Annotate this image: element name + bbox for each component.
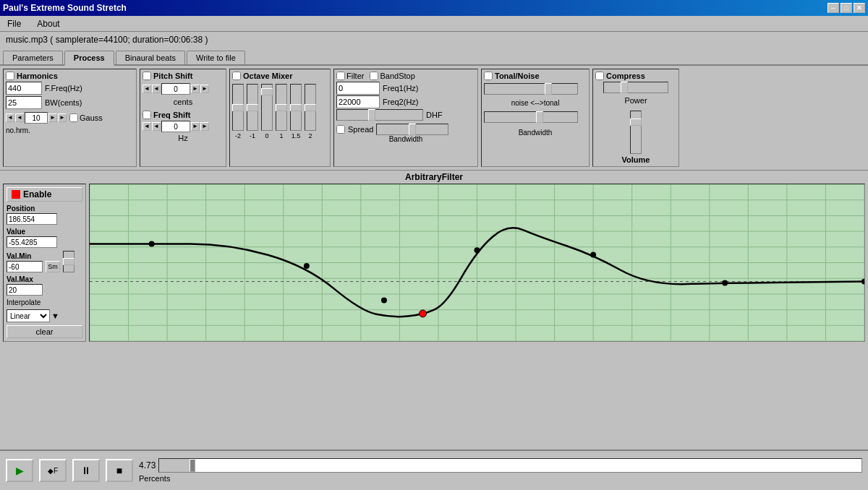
filter-freq2-row: Freq2(Hz): [336, 95, 475, 108]
position-input[interactable]: [7, 213, 57, 225]
octave-slider-0: 0: [261, 84, 273, 139]
volume-label: Volume: [622, 155, 650, 164]
pitch-spin-left2[interactable]: ◄: [152, 85, 161, 93]
harmonics-gauss-checkbox[interactable]: [69, 113, 78, 122]
compress-power-label: Power: [595, 96, 676, 105]
harmonics-spin-left2[interactable]: ◄: [15, 113, 24, 122]
octave-slider-neg2: -2: [232, 84, 244, 139]
octave-slider-1-5-input[interactable]: [290, 84, 302, 131]
volume-slider[interactable]: [630, 111, 642, 154]
progress-bar[interactable]: [158, 458, 862, 473]
forward-button[interactable]: ◆F: [39, 459, 67, 482]
harmonics-freq-input[interactable]: [6, 82, 42, 95]
compress-slider-wrap: [595, 82, 676, 95]
harmonics-spin-value: 10: [25, 112, 48, 124]
freq-spin-right[interactable]: ►: [191, 122, 200, 131]
octave-mixer-header: Octave Mixer: [232, 72, 328, 80]
harmonics-checkbox[interactable]: [6, 72, 14, 80]
tonal-noise-header: Tonal/Noise: [484, 72, 587, 80]
octave-mixer-group: Octave Mixer -2 -1 0 1 1.5: [229, 69, 331, 167]
tab-parameters[interactable]: Parameters: [3, 51, 63, 64]
bandwidth-label: Bandwidth: [336, 135, 475, 143]
octave-slider-neg2-input[interactable]: [232, 84, 244, 131]
pitch-spin-left[interactable]: ◄: [142, 85, 151, 93]
menu-about[interactable]: About: [33, 17, 64, 30]
spread-slider[interactable]: [376, 124, 448, 135]
restore-btn[interactable]: □: [841, 3, 852, 13]
dropdown-icon: ▼: [51, 311, 59, 320]
stop-button[interactable]: ■: [106, 459, 133, 482]
position-label: Position: [7, 205, 82, 212]
octave-mixer-checkbox[interactable]: [232, 72, 241, 80]
progress-thumb: [190, 459, 195, 472]
harmonics-spinner: ◄ ◄ 10 ► ►: [6, 112, 67, 124]
percent-value: 4.73: [139, 460, 156, 470]
compress-label: Compress: [606, 72, 645, 80]
stop-icon: ■: [116, 465, 122, 476]
filter-freq1-input[interactable]: [336, 82, 380, 95]
freq-shift-header: Freq Shift: [142, 111, 224, 119]
tonal-noise-slider[interactable]: [484, 83, 578, 95]
arbitrary-canvas[interactable]: [89, 184, 865, 342]
pitch-shift-group: Pitch Shift ◄ ◄ 0 ► ► cents Freq Shift ◄…: [140, 69, 226, 167]
play-button[interactable]: ▶: [6, 459, 33, 482]
tab-binaural[interactable]: Binaural beats: [116, 51, 185, 64]
arbitrary-title: ArbitraryFilter: [3, 171, 865, 184]
pause-button[interactable]: ⏸: [72, 459, 100, 482]
octave-sliders: -2 -1 0 1 1.5 2: [232, 82, 328, 139]
title-bar: Paul's Extreme Sound Stretch ─ □ ✕: [0, 0, 868, 16]
menu-file[interactable]: File: [3, 17, 25, 30]
freq-spinner: ◄ ◄ 0 ► ►: [142, 121, 224, 132]
title-bar-buttons: ─ □ ✕: [827, 3, 865, 13]
harmonics-spin-right[interactable]: ►: [48, 113, 57, 122]
minimize-btn[interactable]: ─: [827, 3, 839, 13]
harmonics-bw-input[interactable]: [6, 96, 42, 109]
val-min-label: Val.Min: [7, 252, 43, 260]
filter-freq1-label: Freq1(Hz): [383, 84, 419, 93]
pitch-spin-right[interactable]: ►: [191, 85, 200, 93]
enable-button[interactable]: Enable: [7, 187, 82, 202]
harmonics-spin-left[interactable]: ◄: [6, 113, 14, 122]
filter-freq2-input[interactable]: [336, 95, 380, 108]
pitch-cents-label: cents: [142, 98, 224, 106]
spread-checkbox[interactable]: [336, 125, 345, 134]
freq-spin-left2[interactable]: ◄: [152, 122, 161, 131]
value-input[interactable]: [7, 236, 57, 248]
filter-dhf-slider[interactable]: [336, 109, 423, 121]
bandstop-checkbox[interactable]: [370, 72, 378, 80]
interpolate-select[interactable]: Linear Cubic None: [7, 309, 50, 322]
progress-fill: [159, 459, 192, 472]
pitch-shift-checkbox[interactable]: [142, 72, 151, 80]
sm-button[interactable]: Sm: [46, 261, 60, 272]
pitch-spin-right2[interactable]: ►: [200, 85, 209, 93]
octave-slider-neg1-input[interactable]: [247, 84, 258, 131]
sm-slider[interactable]: [63, 251, 75, 272]
freq-shift-checkbox[interactable]: [142, 111, 151, 119]
filter-label: Filter: [346, 72, 364, 80]
filter-checkbox[interactable]: [336, 72, 345, 80]
bandwidth-slider[interactable]: [484, 111, 578, 123]
val-min-input[interactable]: [7, 261, 43, 272]
filter-canvas: [90, 184, 864, 341]
tonal-noise-checkbox[interactable]: [484, 72, 493, 80]
octave-slider-1-input[interactable]: [276, 84, 287, 131]
freq-spin-left[interactable]: ◄: [142, 122, 151, 131]
octave-slider-0-input[interactable]: [261, 84, 273, 131]
val-max-input[interactable]: [7, 284, 43, 296]
freq-hz-label: Hz: [142, 134, 224, 142]
compress-checkbox[interactable]: [595, 72, 604, 80]
volume-section: Volume: [595, 111, 676, 164]
harmonics-gauss-label: Gauss: [80, 113, 103, 122]
tab-process[interactable]: Process: [64, 51, 114, 66]
freq-spin-value: 0: [161, 121, 190, 132]
freq-spin-right2[interactable]: ►: [200, 122, 209, 131]
harmonics-label: Harmonics: [17, 72, 58, 80]
tab-write-to-file[interactable]: Write to file: [187, 51, 245, 64]
params-panel: Harmonics F.Freq(Hz) BW(cents) ◄ ◄ 10 ► …: [0, 66, 868, 171]
octave-slider-2-input[interactable]: [305, 84, 316, 131]
harmonics-spin-right2[interactable]: ►: [58, 113, 67, 122]
clear-button[interactable]: clear: [7, 325, 82, 338]
compress-slider[interactable]: [603, 82, 668, 93]
pitch-shift-header: Pitch Shift: [142, 72, 224, 80]
close-btn[interactable]: ✕: [854, 3, 865, 13]
